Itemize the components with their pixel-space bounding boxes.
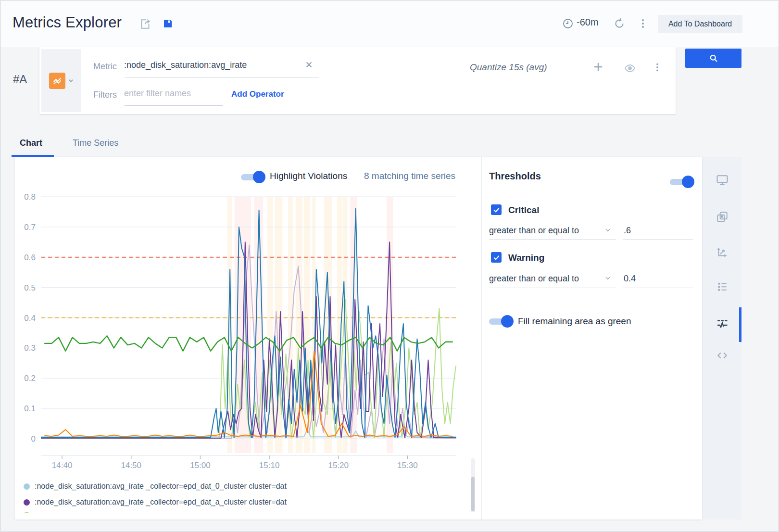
page-title: Metrics Explorer xyxy=(13,14,122,31)
x-tick-label: 15:30 xyxy=(397,461,418,469)
save-icon[interactable] xyxy=(162,18,174,29)
add-query-icon[interactable] xyxy=(593,62,603,72)
y-tick-label: 0.7 xyxy=(24,223,36,232)
x-tick-label: 15:00 xyxy=(190,461,211,469)
query-kebab-icon[interactable] xyxy=(652,62,663,73)
y-tick-label: 0.3 xyxy=(24,343,36,353)
legend-series-label: :node_disk_saturation:avg_irate _collect… xyxy=(35,498,287,507)
chart-type-selector[interactable] xyxy=(41,49,81,112)
metric-input[interactable] xyxy=(124,60,302,70)
thresholds-toggle[interactable] xyxy=(670,176,695,188)
legend-row[interactable]: :node_disk_saturation:avg_irate _collect… xyxy=(24,482,287,491)
critical-checkbox[interactable] xyxy=(491,204,502,215)
legend-row[interactable] xyxy=(24,512,35,513)
metrics-explorer-page: Metrics Explorer -60m Add To Dashboard #… xyxy=(0,0,779,532)
highlight-violations-label: Highlight Violations xyxy=(270,171,347,181)
sidebar-duplicate-icon[interactable] xyxy=(703,207,742,227)
run-query-button[interactable] xyxy=(685,49,741,68)
y-tick-label: 0.6 xyxy=(24,253,36,262)
fill-green-label: Fill remaining area as green xyxy=(518,316,631,327)
legend-series-dot xyxy=(24,512,30,513)
critical-value-input[interactable]: .6 xyxy=(624,226,631,236)
x-tick-label: 15:20 xyxy=(328,461,349,469)
critical-value-underline xyxy=(623,240,693,240)
metric-underline xyxy=(125,77,319,77)
legend-series-dot xyxy=(24,483,30,490)
warning-operator-chevron-icon[interactable] xyxy=(604,275,611,281)
sidebar-code-icon[interactable] xyxy=(703,346,742,365)
critical-label: Critical xyxy=(508,205,539,215)
warning-checkbox[interactable] xyxy=(491,252,502,263)
sidebar-axes-chart-icon[interactable] xyxy=(703,242,742,262)
chevron-down-icon xyxy=(68,77,74,84)
critical-operator-underline xyxy=(489,240,616,240)
y-tick-label: 0.4 xyxy=(24,314,36,323)
sidebar-threshold-wave-icon[interactable] xyxy=(703,314,742,333)
filters-label: Filters xyxy=(93,90,117,100)
query-card: Metric Filters Add Operator Quantize 15s… xyxy=(39,47,676,114)
warning-value-input[interactable]: 0.4 xyxy=(624,274,636,284)
add-to-dashboard-button[interactable]: Add To Dashboard xyxy=(658,15,742,33)
check-icon xyxy=(493,206,500,214)
check-icon xyxy=(493,254,500,261)
filters-input[interactable] xyxy=(124,89,220,99)
share-icon[interactable] xyxy=(139,18,151,30)
matching-series-label: 8 matching time series xyxy=(364,171,455,181)
metric-label: Metric xyxy=(93,62,117,72)
y-tick-label: 0.5 xyxy=(24,283,36,292)
search-icon xyxy=(709,53,718,63)
clock-icon[interactable] xyxy=(562,18,574,29)
legend-scrollbar-thumb[interactable] xyxy=(471,477,475,511)
warning-value-underline xyxy=(623,288,693,288)
sidebar-list-icon[interactable] xyxy=(703,277,742,296)
y-tick-label: 0.2 xyxy=(24,374,36,383)
thresholds-title: Thresholds xyxy=(489,171,541,182)
y-tick-label: 0.8 xyxy=(24,192,36,202)
x-tick-label: 14:50 xyxy=(121,461,141,469)
legend-series-dot xyxy=(24,499,30,506)
warning-label: Warning xyxy=(508,253,544,263)
clear-metric-icon[interactable] xyxy=(305,61,313,69)
active-sidebar-indicator xyxy=(739,307,741,342)
tab-chart[interactable]: Chart xyxy=(20,138,42,148)
critical-operator-select[interactable]: greater than or equal to xyxy=(489,226,579,236)
view-options-sidebar xyxy=(702,157,741,519)
line-chart-type-icon xyxy=(49,73,65,89)
filters-underline xyxy=(125,105,223,106)
warning-violation-band xyxy=(267,197,273,453)
tab-time-series[interactable]: Time Series xyxy=(73,138,118,148)
highlight-violations-toggle[interactable] xyxy=(241,171,266,183)
panel-divider xyxy=(481,157,482,519)
metrics-chart[interactable]: 00.10.20.30.40.50.60.70.814:4014:5015:00… xyxy=(15,190,477,469)
warning-operator-underline xyxy=(489,288,616,288)
header-kebab-icon[interactable] xyxy=(637,18,649,29)
add-operator-link[interactable]: Add Operator xyxy=(231,89,284,99)
eye-icon[interactable] xyxy=(624,63,636,74)
quantize-label: Quantize 15s (avg) xyxy=(470,62,547,73)
sidebar-display-icon[interactable] xyxy=(703,170,742,190)
y-tick-label: 0 xyxy=(31,434,36,443)
legend-series-label: :node_disk_saturation:avg_irate _collect… xyxy=(35,482,287,491)
chart-legend: :node_disk_saturation:avg_irate _collect… xyxy=(15,478,462,513)
x-tick-label: 14:40 xyxy=(52,461,73,469)
x-tick-label: 15:10 xyxy=(259,461,280,469)
query-row-id: #A xyxy=(13,73,27,86)
warning-operator-select[interactable]: greater than or equal to xyxy=(489,274,579,284)
fill-green-toggle[interactable] xyxy=(489,315,514,328)
legend-row[interactable]: :node_disk_saturation:avg_irate _collect… xyxy=(24,498,287,507)
critical-operator-chevron-icon[interactable] xyxy=(604,227,611,233)
refresh-icon[interactable] xyxy=(613,17,626,30)
y-tick-label: 0.1 xyxy=(24,404,36,413)
time-range-value[interactable]: -60m xyxy=(577,17,599,28)
